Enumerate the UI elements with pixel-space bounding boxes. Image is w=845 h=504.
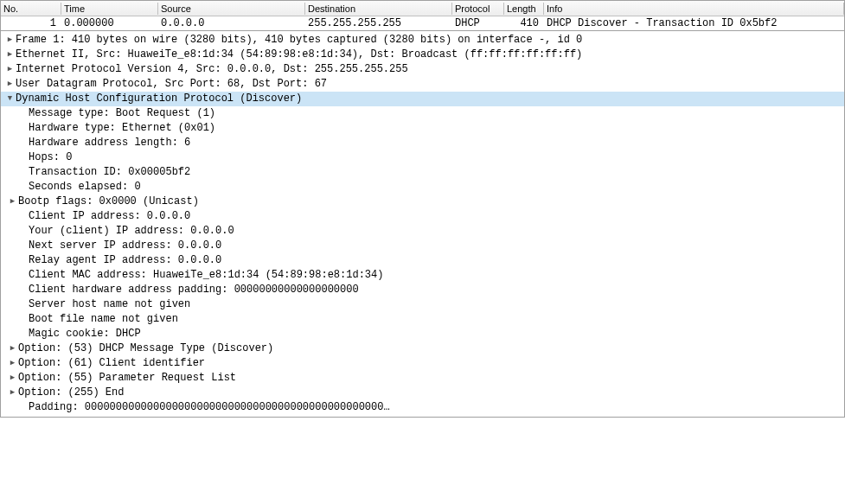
col-header-info[interactable]: Info: [544, 3, 844, 15]
tree-label: Boot file name not given: [29, 312, 178, 327]
tree-dhcp-secs[interactable]: Seconds elapsed: 0: [1, 180, 844, 195]
col-header-len[interactable]: Length: [504, 3, 544, 15]
tree-label: Internet Protocol Version 4, Src: 0.0.0.…: [16, 62, 408, 77]
col-header-proto[interactable]: Protocol: [452, 3, 504, 15]
packet-row[interactable]: 1 0.000000 0.0.0.0 255.255.255.255 DHCP …: [1, 16, 844, 30]
tree-label: Option: (55) Parameter Request List: [18, 371, 236, 386]
tree-udp[interactable]: ▶ User Datagram Protocol, Src Port: 68, …: [1, 77, 844, 92]
col-header-source[interactable]: Source: [158, 3, 305, 15]
tree-label: Hops: 0: [29, 150, 72, 165]
tree-dhcp-giaddr[interactable]: Relay agent IP address: 0.0.0.0: [1, 253, 844, 268]
chevron-right-icon[interactable]: ▶: [7, 371, 18, 386]
tree-label: Dynamic Host Configuration Protocol (Dis…: [16, 92, 302, 106]
tree-dhcp-hwlen[interactable]: Hardware address length: 6: [1, 136, 844, 150]
chevron-right-icon[interactable]: ▶: [7, 386, 18, 400]
tree-label: Your (client) IP address: 0.0.0.0: [29, 224, 234, 239]
tree-label: Option: (61) Client identifier: [18, 356, 205, 371]
tree-label: Client IP address: 0.0.0.0: [29, 209, 190, 224]
tree-dhcp-siaddr[interactable]: Next server IP address: 0.0.0.0: [1, 239, 844, 253]
col-header-time[interactable]: Time: [61, 3, 158, 15]
cell-source: 0.0.0.0: [158, 17, 305, 29]
tree-label: Ethernet II, Src: HuaweiTe_e8:1d:34 (54:…: [16, 48, 582, 62]
tree-label: Transaction ID: 0x00005bf2: [29, 165, 190, 180]
tree-dhcp-opt55[interactable]: ▶ Option: (55) Parameter Request List: [1, 371, 844, 386]
tree-label: Padding: 0000000000000000000000000000000…: [29, 400, 390, 415]
tree-dhcp-opt255[interactable]: ▶ Option: (255) End: [1, 386, 844, 400]
tree-ip[interactable]: ▶ Internet Protocol Version 4, Src: 0.0.…: [1, 62, 844, 77]
cell-no: 1: [1, 17, 61, 29]
tree-label: Seconds elapsed: 0: [29, 180, 141, 195]
col-header-dest[interactable]: Destination: [305, 3, 452, 15]
tree-label: Hardware address length: 6: [29, 136, 190, 150]
chevron-right-icon[interactable]: ▶: [4, 62, 16, 77]
tree-dhcp-opt61[interactable]: ▶ Option: (61) Client identifier: [1, 356, 844, 371]
cell-info: DHCP Discover - Transaction ID 0x5bf2: [544, 17, 844, 29]
cell-dest: 255.255.255.255: [305, 17, 452, 29]
cell-time: 0.000000: [61, 17, 158, 29]
tree-label: Bootp flags: 0x0000 (Unicast): [18, 195, 199, 209]
chevron-down-icon[interactable]: ▼: [4, 92, 16, 106]
packet-details-pane: ▶ Frame 1: 410 bytes on wire (3280 bits)…: [0, 31, 845, 418]
tree-frame[interactable]: ▶ Frame 1: 410 bytes on wire (3280 bits)…: [1, 33, 844, 48]
tree-label: Message type: Boot Request (1): [29, 106, 215, 121]
tree-dhcp-hwtype[interactable]: Hardware type: Ethernet (0x01): [1, 121, 844, 136]
chevron-right-icon[interactable]: ▶: [4, 77, 16, 92]
chevron-right-icon[interactable]: ▶: [4, 33, 16, 48]
tree-label: Client hardware address padding: 0000000…: [29, 283, 359, 297]
col-header-no[interactable]: No.: [1, 3, 61, 15]
cell-proto: DHCP: [452, 17, 504, 29]
chevron-right-icon[interactable]: ▶: [7, 356, 18, 371]
tree-label: Option: (255) End: [18, 386, 124, 400]
tree-label: Option: (53) DHCP Message Type (Discover…: [18, 341, 273, 356]
tree-dhcp-chpad[interactable]: Client hardware address padding: 0000000…: [1, 283, 844, 297]
tree-dhcp-xid[interactable]: Transaction ID: 0x00005bf2: [1, 165, 844, 180]
tree-dhcp-opt53[interactable]: ▶ Option: (53) DHCP Message Type (Discov…: [1, 341, 844, 356]
tree-label: Next server IP address: 0.0.0.0: [29, 239, 221, 253]
packet-list-pane: No. Time Source Destination Protocol Len…: [0, 0, 845, 31]
tree-label: Relay agent IP address: 0.0.0.0: [29, 253, 221, 268]
tree-dhcp-hops[interactable]: Hops: 0: [1, 150, 844, 165]
cell-len: 410: [504, 17, 544, 29]
tree-label: Server host name not given: [29, 297, 190, 312]
tree-label: Hardware type: Ethernet (0x01): [29, 121, 215, 136]
packet-list-header: No. Time Source Destination Protocol Len…: [1, 1, 844, 16]
tree-label: User Datagram Protocol, Src Port: 68, Ds…: [16, 77, 327, 92]
tree-dhcp-msgtype[interactable]: Message type: Boot Request (1): [1, 106, 844, 121]
tree-label: Frame 1: 410 bytes on wire (3280 bits), …: [16, 33, 582, 48]
tree-label: Magic cookie: DHCP: [29, 327, 141, 341]
tree-dhcp-yiaddr[interactable]: Your (client) IP address: 0.0.0.0: [1, 224, 844, 239]
chevron-right-icon[interactable]: ▶: [4, 48, 16, 62]
tree-dhcp-sname[interactable]: Server host name not given: [1, 297, 844, 312]
chevron-right-icon[interactable]: ▶: [7, 341, 18, 356]
tree-dhcp-flags[interactable]: ▶ Bootp flags: 0x0000 (Unicast): [1, 195, 844, 209]
tree-label: Client MAC address: HuaweiTe_e8:1d:34 (5…: [29, 268, 383, 283]
tree-dhcp-ciaddr[interactable]: Client IP address: 0.0.0.0: [1, 209, 844, 224]
tree-dhcp[interactable]: ▼ Dynamic Host Configuration Protocol (D…: [1, 92, 844, 106]
tree-dhcp-bfile[interactable]: Boot file name not given: [1, 312, 844, 327]
tree-dhcp-chaddr[interactable]: Client MAC address: HuaweiTe_e8:1d:34 (5…: [1, 268, 844, 283]
tree-dhcp-padding[interactable]: Padding: 0000000000000000000000000000000…: [1, 400, 844, 415]
tree-ethernet[interactable]: ▶ Ethernet II, Src: HuaweiTe_e8:1d:34 (5…: [1, 48, 844, 62]
tree-dhcp-cookie[interactable]: Magic cookie: DHCP: [1, 327, 844, 341]
chevron-right-icon[interactable]: ▶: [7, 195, 18, 209]
